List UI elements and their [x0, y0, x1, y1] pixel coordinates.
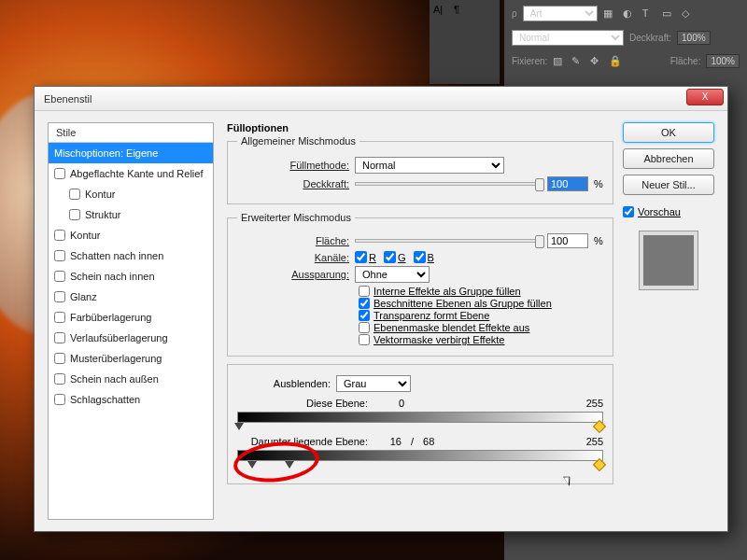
opacity-slider[interactable] — [355, 182, 542, 186]
style-label: Schein nach innen — [70, 271, 155, 282]
paragraph-icon[interactable]: ¶ — [454, 4, 472, 21]
close-button[interactable]: X — [686, 89, 724, 105]
style-item[interactable]: Glanz — [49, 287, 213, 307]
style-checkbox[interactable] — [69, 209, 80, 220]
dialog-title: Ebenenstil — [44, 93, 92, 105]
style-item[interactable]: Farbüberlagerung — [49, 307, 213, 328]
lock-transparency-icon[interactable]: ▨ — [553, 55, 566, 68]
style-label: Glanz — [70, 291, 97, 302]
filter-shape-icon[interactable]: ▭ — [662, 7, 675, 21]
filter-type-icon[interactable]: T — [642, 7, 655, 21]
fill-label: Fläche: — [670, 56, 701, 66]
this-layer-label: Diese Ebene: — [237, 398, 368, 409]
fill-opacity-input[interactable] — [547, 233, 588, 248]
cursor-icon — [563, 473, 574, 485]
under-mid: 68 — [423, 436, 451, 447]
style-checkbox[interactable] — [54, 230, 65, 241]
under-high: 255 — [586, 436, 603, 447]
fill-value[interactable]: 100% — [706, 54, 740, 68]
blend-mode-dropdown[interactable]: Normal — [355, 157, 504, 174]
style-item[interactable]: Struktur — [49, 204, 213, 225]
filter-pixel-icon[interactable]: ▦ — [603, 7, 616, 21]
ok-button[interactable]: OK — [623, 122, 714, 143]
style-label: Kontur — [70, 230, 100, 241]
chk-transparency-shapes[interactable]: Transparenz formt Ebene — [359, 310, 603, 321]
style-item[interactable]: Kontur — [49, 184, 213, 204]
align-icon[interactable]: A| — [433, 4, 452, 21]
under-sep: / — [407, 436, 417, 447]
style-checkbox[interactable] — [54, 332, 65, 343]
fill-options-title: Fülloptionen — [227, 122, 613, 133]
advanced-blend-legend: Erweiterter Mischmodus — [237, 212, 355, 223]
lock-all-icon[interactable]: 🔒 — [609, 55, 622, 68]
style-item[interactable]: Schein nach innen — [49, 266, 213, 287]
options-panel: Fülloptionen Allgemeiner Mischmodus Füll… — [214, 111, 623, 531]
channel-g[interactable]: G — [384, 251, 406, 263]
preview-checkbox[interactable]: Vorschau — [623, 206, 714, 217]
preview-swatch — [639, 231, 698, 290]
style-item[interactable]: Schatten nach innen — [49, 245, 213, 266]
channel-r[interactable]: R — [355, 251, 376, 263]
underlying-gradient[interactable] — [237, 450, 603, 461]
under-black-stop-a[interactable] — [247, 461, 257, 469]
this-high: 255 — [586, 398, 603, 409]
dialog-titlebar[interactable]: Ebenenstil X — [35, 87, 727, 111]
style-item[interactable]: Schlagschatten — [49, 389, 213, 410]
style-checkbox[interactable] — [54, 312, 65, 323]
this-layer-gradient[interactable] — [237, 412, 603, 423]
opacity-value[interactable]: 100% — [677, 31, 711, 45]
style-checkbox[interactable] — [54, 168, 65, 179]
pct-label: % — [594, 178, 603, 189]
style-label: Schein nach außen — [70, 373, 159, 385]
style-label: Verlaufsüberlagerung — [70, 332, 168, 343]
chk-internal-effects[interactable]: Interne Effekte als Gruppe füllen — [359, 286, 603, 297]
fill-opacity-slider[interactable] — [355, 239, 542, 243]
chk-clipped-layers[interactable]: Beschnittene Ebenen als Gruppe füllen — [359, 298, 603, 309]
style-checkbox[interactable] — [54, 373, 65, 385]
style-list-header[interactable]: Stile — [49, 123, 213, 143]
blend-if-channel[interactable]: Grau — [336, 375, 411, 392]
style-checkbox[interactable] — [54, 353, 65, 364]
style-item[interactable]: Abgeflachte Kante und Relief — [49, 163, 213, 184]
style-item[interactable]: Musterüberlagerung — [49, 348, 213, 369]
general-blend-group: Allgemeiner Mischmodus Füllmethode: Norm… — [227, 135, 613, 204]
opacity-slider-label: Deckkraft: — [237, 178, 349, 189]
layer-style-dialog: Ebenenstil X Stile Mischoptionen: Eigene… — [34, 86, 728, 532]
cancel-button[interactable]: Abbrechen — [623, 148, 714, 169]
style-item[interactable]: Schein nach außen — [49, 369, 213, 389]
fill-opacity-label: Fläche: — [237, 235, 349, 246]
style-item-blending-options[interactable]: Mischoptionen: Eigene — [49, 143, 213, 163]
style-checkbox[interactable] — [69, 189, 80, 200]
filter-smart-icon[interactable]: ◇ — [682, 7, 695, 21]
style-item[interactable]: Verlaufsüberlagerung — [49, 328, 213, 348]
style-label: Kontur — [85, 189, 115, 200]
chk-vector-mask-hides[interactable]: Vektormaske verbirgt Effekte — [359, 334, 603, 345]
under-low: 16 — [374, 436, 402, 447]
lock-label: Fixieren: — [512, 56, 547, 66]
lock-pixels-icon[interactable]: ✎ — [571, 55, 585, 68]
style-checkbox[interactable] — [54, 394, 65, 405]
opacity-input[interactable] — [547, 176, 588, 191]
advanced-blend-group: Erweiterter Mischmodus Fläche: % Kanäle:… — [227, 212, 613, 357]
lock-position-icon[interactable]: ✥ — [590, 55, 603, 68]
blend-mode-label: Füllmethode: — [237, 160, 349, 171]
channel-b[interactable]: B — [414, 251, 434, 263]
this-black-stop[interactable] — [234, 423, 244, 430]
dialog-buttons: OK Abbrechen Neuer Stil... Vorschau — [623, 111, 727, 531]
blend-mode-select[interactable]: Normal — [512, 30, 624, 46]
knockout-dropdown[interactable]: Ohne — [355, 266, 430, 283]
layer-filter-select[interactable]: Art — [523, 6, 598, 21]
style-label: Schlagschatten — [70, 394, 140, 405]
style-checkbox[interactable] — [54, 271, 65, 282]
filter-adjust-icon[interactable]: ◐ — [623, 7, 636, 21]
knockout-label: Aussparung: — [237, 269, 349, 280]
tool-options-strip: A| ¶ — [430, 0, 500, 84]
chk-layer-mask-hides[interactable]: Ebenenmaske blendet Effekte aus — [359, 322, 603, 333]
blend-if-label: Ausblenden: — [237, 378, 331, 389]
style-item[interactable]: Kontur — [49, 225, 213, 245]
under-black-stop-b[interactable] — [285, 461, 294, 469]
underlying-label: Darunter liegende Ebene: — [237, 436, 368, 447]
style-checkbox[interactable] — [54, 291, 65, 302]
new-style-button[interactable]: Neuer Stil... — [623, 175, 714, 195]
style-checkbox[interactable] — [54, 250, 65, 261]
